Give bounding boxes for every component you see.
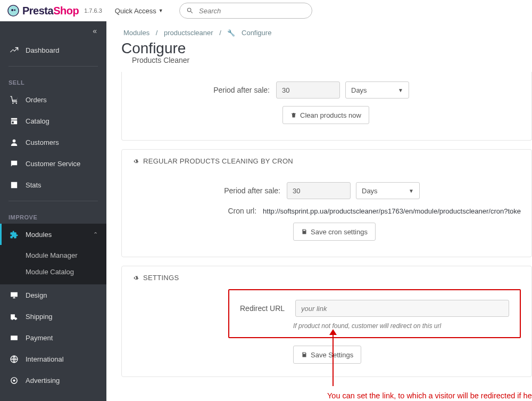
- annotation-text: You can set the link, to which a visitor…: [327, 390, 532, 401]
- panel-settings: SETTINGS Redirect URL If product not fou…: [121, 266, 532, 377]
- prestashop-logo-icon: [7, 5, 19, 17]
- sidebar-item-label: International: [26, 355, 64, 363]
- chevron-up-icon: ⌃: [93, 231, 98, 238]
- sidebar-item-payment[interactable]: Payment: [0, 327, 106, 348]
- wrench-icon: 🔧: [227, 29, 235, 37]
- sidebar-item-shipping[interactable]: Shipping: [0, 306, 106, 327]
- sidebar-section-improve: IMPROVE: [0, 207, 106, 224]
- gears-icon: [131, 158, 139, 165]
- stats-icon: [9, 179, 19, 190]
- sidebar-subitem-module-manager[interactable]: Module Manager: [0, 247, 106, 264]
- desktop-icon: [9, 290, 19, 300]
- sidebar-modules-submenu: Module Manager Module Catalog: [0, 245, 106, 284]
- label-cron-url: Cron url:: [132, 207, 263, 215]
- quick-access-dropdown[interactable]: Quick Access ▼: [115, 7, 163, 15]
- cron-period-value-input[interactable]: [287, 182, 351, 199]
- period-unit-select[interactable]: Days ▼: [345, 81, 409, 99]
- user-icon: [9, 137, 19, 148]
- sidebar-item-label: Customer Service: [26, 160, 80, 168]
- panel-header-cron: REGULAR PRODUCTS CLEANING BY CRON: [122, 150, 531, 173]
- sidebar-item-label: Design: [26, 291, 47, 299]
- button-label: Save cron settings: [311, 228, 368, 236]
- sidebar-item-label: Orders: [26, 96, 47, 104]
- sidebar-item-stats[interactable]: Stats: [0, 174, 106, 195]
- sidebar-collapse-button[interactable]: «: [0, 21, 106, 39]
- breadcrumb-item[interactable]: Modules: [123, 29, 149, 37]
- panel-heading: REGULAR PRODUCTS CLEANING BY CRON: [143, 157, 293, 165]
- save-settings-button[interactable]: Save Settings: [293, 346, 361, 364]
- logo-text: PrestaShop: [22, 5, 79, 17]
- panel-cron: REGULAR PRODUCTS CLEANING BY CRON Period…: [121, 149, 532, 257]
- top-header: PrestaShop 1.7.6.3 Quick Access ▼: [0, 0, 532, 21]
- redirect-highlight-box: Redirect URL If product not found, custo…: [228, 289, 521, 338]
- sidebar-item-label: Dashboard: [26, 46, 60, 54]
- button-label: Clean products now: [300, 111, 361, 119]
- cart-icon: [9, 94, 19, 105]
- redirect-url-input[interactable]: [295, 300, 509, 317]
- sidebar-item-label: Advertising: [26, 377, 60, 384]
- search-icon: [186, 6, 194, 15]
- globe-icon: [9, 354, 19, 364]
- annotation-line: You can set the link, to which a visitor…: [327, 390, 532, 401]
- sidebar-item-dashboard[interactable]: Dashboard: [0, 39, 106, 61]
- sidebar-item-design[interactable]: Design: [0, 284, 106, 306]
- sidebar-item-customer-service[interactable]: Customer Service: [0, 153, 106, 174]
- sidebar-subitem-module-catalog[interactable]: Module Catalog: [0, 264, 106, 280]
- redirect-hint: If product not found, customer will redi…: [293, 322, 509, 330]
- search-box[interactable]: [179, 3, 312, 19]
- cron-period-unit-select[interactable]: Days ▼: [356, 182, 420, 199]
- page-subtitle: Products Cleaner: [132, 56, 517, 64]
- trending-icon: [9, 45, 19, 55]
- version-label: 1.7.6.3: [84, 7, 102, 14]
- logo[interactable]: PrestaShop: [7, 5, 79, 17]
- svg-point-1: [11, 9, 13, 11]
- sidebar-item-label: Stats: [26, 181, 41, 189]
- panel-header-settings: SETTINGS: [122, 266, 531, 289]
- svg-point-2: [14, 10, 15, 11]
- svg-point-8: [13, 379, 15, 381]
- breadcrumb-item[interactable]: productscleaner: [164, 29, 213, 37]
- breadcrumb-item: Configure: [242, 29, 271, 37]
- trash-icon: [290, 112, 297, 118]
- search-input[interactable]: [199, 7, 305, 15]
- quick-access-label: Quick Access: [115, 7, 156, 15]
- svg-point-3: [12, 102, 13, 103]
- card-icon: [9, 332, 19, 343]
- main-content: Modules / productscleaner / 🔧 Configure …: [106, 21, 532, 401]
- clean-products-button[interactable]: Clean products now: [282, 106, 369, 124]
- svg-point-0: [8, 5, 19, 16]
- panel-clean-now: Period after sale: Days ▼ Clean products…: [121, 72, 532, 141]
- truck-icon: [9, 311, 19, 322]
- chat-icon: [9, 158, 19, 169]
- label-period-after-sale: Period after sale:: [132, 186, 287, 195]
- sidebar-section-sell: SELL: [0, 72, 106, 89]
- save-cron-button[interactable]: Save cron settings: [293, 223, 376, 241]
- gears-icon: [131, 274, 139, 282]
- sidebar-item-orders[interactable]: Orders: [0, 89, 106, 110]
- select-value: Days: [351, 86, 367, 94]
- sidebar-item-modules[interactable]: Modules ⌃: [0, 224, 106, 245]
- cron-url-value: http://softsprint.pp.ua/productscleaner/…: [263, 207, 521, 215]
- page-title: Configure: [121, 40, 517, 57]
- sidebar-item-catalog[interactable]: Catalog: [0, 110, 106, 132]
- svg-point-4: [15, 102, 16, 103]
- sidebar: « Dashboard SELL Orders Catalog Customer…: [0, 21, 106, 401]
- breadcrumb: Modules / productscleaner / 🔧 Configure: [106, 21, 532, 40]
- divider: [9, 201, 98, 201]
- divider: [9, 66, 98, 67]
- chevron-down-icon: ▼: [398, 87, 403, 93]
- target-icon: [9, 375, 19, 386]
- label-redirect-url: Redirect URL: [240, 304, 285, 313]
- label-period-after-sale: Period after sale:: [122, 86, 276, 94]
- puzzle-icon: [9, 229, 19, 240]
- sidebar-item-label: Modules: [26, 231, 52, 239]
- sidebar-item-customers[interactable]: Customers: [0, 132, 106, 153]
- select-value: Days: [362, 187, 378, 195]
- store-icon: [9, 116, 19, 126]
- sidebar-item-international[interactable]: International: [0, 348, 106, 370]
- sidebar-item-advertising[interactable]: Advertising: [0, 370, 106, 391]
- svg-point-5: [12, 139, 15, 142]
- sidebar-item-label: Payment: [26, 334, 53, 342]
- period-value-input[interactable]: [276, 81, 340, 99]
- save-icon: [301, 228, 307, 235]
